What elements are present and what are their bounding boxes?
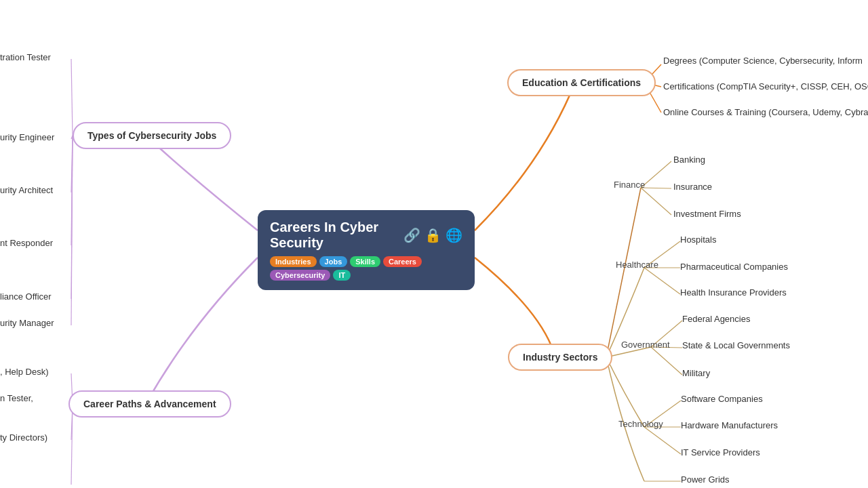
left-leaf-5: urity Manager [0,318,54,328]
edu-leaf-courses: Online Courses & Training (Coursera, Ude… [663,107,868,117]
central-title-text: Careers In Cyber Security [270,220,399,251]
careers-label: Career Paths & Advancement [83,399,216,409]
finance-category: Finance [614,180,645,190]
svg-line-3 [641,161,671,188]
leaf-investment: Investment Firms [673,209,741,219]
left-leaf-1: urity Engineer [0,132,54,142]
svg-line-4 [641,188,671,188]
technology-category: Technology [618,419,663,429]
edu-leaf-degrees: Degrees (Computer Science, Cybersecurity… [663,56,863,66]
svg-line-15 [644,427,681,454]
leaf-it-service: IT Service Providers [681,447,760,458]
left-leaf-2: urity Architect [0,185,53,195]
jobs-node[interactable]: Types of Cybersecurity Jobs [73,122,231,149]
lock-icon: 🔒 [425,227,441,243]
leaf-state-local: State & Local Governments [682,340,790,350]
svg-line-8 [644,268,680,294]
leaf-pharma: Pharmaceutical Companies [680,262,788,272]
svg-line-21 [71,136,73,299]
svg-line-20 [71,136,73,245]
central-node: Careers In Cyber Security 🔗 🔒 🌐 Industri… [258,210,475,290]
left-leaf-8: ty Directors) [0,432,47,443]
svg-line-22 [71,136,73,325]
leaf-software: Software Companies [681,394,763,404]
industry-node[interactable]: Industry Sectors [508,344,612,371]
healthcare-category: Healthcare [616,260,658,270]
government-category: Government [621,340,670,350]
left-leaf-0: tration Tester [0,52,51,62]
leaf-insurance: Insurance [673,182,712,192]
left-leaf-6: , Help Desk) [0,367,49,377]
leaf-federal: Federal Agencies [682,314,750,324]
tag-jobs[interactable]: Jobs [319,256,348,267]
svg-line-5 [641,188,671,215]
svg-line-19 [71,136,73,192]
left-leaf-3: nt Responder [0,238,53,248]
tag-industries[interactable]: Industries [270,256,317,267]
edu-leaf-certs: Certifications (CompTIA Security+, CISSP… [663,81,868,92]
education-label: Education & Certifications [522,77,641,88]
careers-node[interactable]: Career Paths & Advancement [68,390,231,418]
tag-container: Industries Jobs Skills Careers Cybersecu… [270,256,462,281]
leaf-hospitals: Hospitals [680,235,716,245]
tag-cybersecurity[interactable]: Cybersecurity [270,270,330,281]
tag-it[interactable]: IT [333,270,351,281]
globe-icon: 🌐 [446,227,462,243]
education-node[interactable]: Education & Certifications [507,69,656,96]
tag-careers[interactable]: Careers [383,256,422,267]
tag-skills[interactable]: Skills [350,256,380,267]
central-title: Careers In Cyber Security 🔗 🔒 🌐 [270,220,462,251]
leaf-power: Power Grids [681,474,730,485]
left-leaf-7: n Tester, [0,393,33,403]
leaf-hardware: Hardware Manufacturers [681,420,778,430]
leaf-military: Military [682,368,710,378]
left-leaf-4: liance Officer [0,291,52,302]
svg-line-26 [71,404,73,485]
leaf-health-insurance: Health Insurance Providers [680,287,787,298]
svg-line-12 [651,347,682,375]
industry-label: Industry Sectors [523,352,597,363]
leaf-banking: Banking [673,155,705,165]
jobs-label: Types of Cybersecurity Jobs [87,130,216,141]
svg-line-17 [71,59,73,136]
link-icon: 🔗 [403,227,420,243]
